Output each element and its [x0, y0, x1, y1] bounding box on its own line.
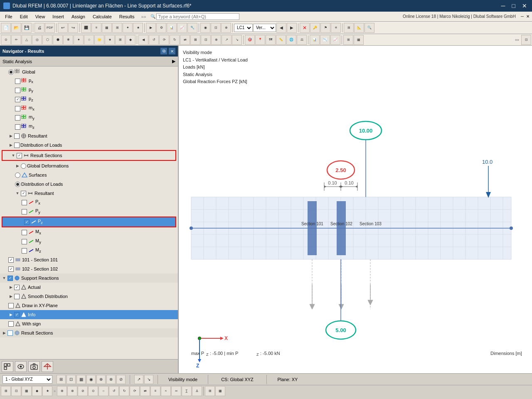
expand-result-sections[interactable]: ▼ [11, 153, 16, 158]
expand-global-def[interactable]: ▶ [15, 163, 20, 168]
tb-zoom[interactable]: 🔍 [365, 23, 374, 33]
menu-calculate[interactable]: Calculate [89, 13, 115, 20]
tree-distribution-sub[interactable]: Distribution of Loads [0, 180, 178, 189]
tb-save[interactable]: 💾 [22, 23, 32, 33]
tb-f2[interactable]: 📐 [354, 23, 364, 33]
license-minimize[interactable]: ─ [520, 14, 525, 19]
tb2-a12[interactable]: ⊞ [115, 35, 125, 45]
tree-actual[interactable]: ▶ Actual [0, 283, 178, 292]
search-input[interactable] [156, 13, 239, 20]
bottom-btn-1[interactable]: ⊞ [1, 386, 11, 396]
tb2-a6[interactable]: ⬢ [53, 35, 63, 45]
tree-py-sub[interactable]: Py [0, 207, 178, 216]
tb2-a13[interactable]: ◆ [126, 35, 135, 45]
ver-combo[interactable]: Ver... [253, 24, 276, 32]
cb-pz-top[interactable] [15, 97, 20, 102]
bottom-btn-16[interactable]: ≈ [161, 386, 171, 396]
tb2-grid[interactable]: ⊡ [521, 35, 531, 45]
tb-e3[interactable]: ⚑ [320, 23, 330, 33]
tb-d1[interactable]: ◉ [200, 23, 210, 33]
cb-mz-sub[interactable] [22, 248, 27, 254]
tb2-c6[interactable]: ⚖ [297, 35, 307, 45]
tb2-a9[interactable]: ☆ [84, 35, 94, 45]
tb-c3[interactable]: 📊 [167, 23, 177, 33]
cb-smooth[interactable] [14, 294, 20, 299]
menu-view[interactable]: View [32, 13, 49, 20]
expand-info[interactable]: ▶ [8, 312, 13, 317]
tb-print[interactable]: 🖨 [34, 23, 44, 33]
cb-resultant-sub[interactable] [21, 191, 26, 196]
minimize-button[interactable]: ─ [500, 2, 507, 9]
tb2-e2[interactable]: ▦ [354, 35, 364, 45]
cb-px[interactable] [15, 79, 20, 84]
tb-open[interactable]: 📂 [11, 23, 21, 33]
panel-close[interactable]: ✕ [169, 48, 175, 54]
tree-result-sections-2[interactable]: ▶ Result Sections [0, 328, 178, 337]
tb2-c3[interactable]: 🗺 [266, 35, 276, 45]
status-btn-7[interactable]: ⊘ [116, 375, 126, 384]
cb-mz-top[interactable] [15, 124, 20, 130]
tb-b2[interactable]: ≡ [91, 23, 101, 33]
tree-section-102[interactable]: 102 - Section 102 [0, 264, 178, 273]
bottom-btn-19[interactable]: ∆ [192, 386, 202, 396]
bottom-btn-18[interactable]: ∑ [182, 386, 192, 396]
maximize-button[interactable]: □ [510, 2, 517, 9]
tb2-b10[interactable]: ↘ [232, 35, 242, 45]
menu-edit[interactable]: Edit [17, 13, 31, 20]
tb2-a5[interactable]: ⬡ [42, 35, 52, 45]
tb-b6[interactable]: ★ [133, 23, 143, 33]
expand-actual[interactable]: ▶ [8, 285, 13, 290]
radio-global-def[interactable] [21, 163, 26, 169]
tree-surfaces[interactable]: Surfaces [0, 170, 178, 180]
tree-py[interactable]: py [0, 86, 178, 95]
menu-insert[interactable]: Insert [49, 13, 67, 20]
tb-next-lc[interactable]: ▶ [287, 23, 297, 33]
cb-draw-xy[interactable] [8, 303, 14, 308]
tb2-b8[interactable]: ⊕ [211, 35, 221, 45]
tb2-a2[interactable]: ✏ [11, 35, 21, 45]
tb-d3[interactable]: ⊕ [221, 23, 231, 33]
cb-mx-top[interactable] [15, 106, 20, 111]
license-close[interactable]: ✕ [525, 14, 530, 19]
radio-distribution-sub[interactable] [15, 182, 20, 187]
status-btn-4[interactable]: ◉ [86, 375, 96, 384]
tree-mx-top[interactable]: mx [0, 104, 178, 113]
tb-e4[interactable]: ✳ [331, 23, 341, 33]
tb-e2[interactable]: 🔑 [310, 23, 320, 33]
bottom-btn-2[interactable]: ⊡ [11, 386, 21, 396]
bottom-btn-5[interactable]: ★ [42, 386, 52, 396]
expand-resultant-top[interactable]: ▶ [8, 133, 13, 138]
tb2-b7[interactable]: ⊡ [201, 35, 211, 45]
tb2-b9[interactable]: ↗ [222, 35, 232, 45]
status-btn-1[interactable]: ⊞ [57, 375, 66, 384]
tree-global-def[interactable]: ▶ Global Deformations [0, 161, 178, 170]
tb-c4[interactable]: 📈 [177, 23, 187, 33]
footer-btn-arrow[interactable] [42, 361, 53, 372]
panel-restore[interactable]: ⧉ [160, 48, 167, 54]
tb2-c1[interactable]: 🎯 [245, 35, 255, 45]
tb-redo[interactable]: ↪ [68, 23, 78, 33]
tb2-a4[interactable]: ◎ [32, 35, 42, 45]
status-btn-s1[interactable]: ↗ [134, 375, 143, 384]
bottom-btn-11[interactable]: ↺ [109, 386, 119, 396]
tb2-b5[interactable]: ⇄ [180, 35, 190, 45]
bottom-btn-12[interactable]: ↻ [119, 386, 129, 396]
expand-result-sections-2[interactable]: ▶ [2, 330, 7, 335]
tb2-a1[interactable]: ⊙ [1, 35, 11, 45]
tree-container[interactable]: Global px py [0, 66, 178, 359]
tb-undo[interactable]: ↩ [58, 23, 68, 33]
tree-section-101[interactable]: 101 - Section 101 [0, 255, 178, 264]
bottom-btn-13[interactable]: ⟳ [130, 386, 140, 396]
close-button[interactable]: ✕ [520, 2, 529, 9]
cb-actual[interactable] [14, 285, 20, 290]
tb2-a8[interactable]: ✦ [74, 35, 84, 45]
footer-btn-eye[interactable] [15, 361, 27, 372]
tb-b1[interactable]: ⬛ [81, 23, 91, 33]
cb-my-top[interactable] [15, 115, 20, 121]
tb2-c2[interactable]: 📍 [255, 35, 265, 45]
cb-px-sub[interactable] [22, 200, 27, 205]
expand-resultant-sub[interactable]: ▼ [15, 191, 20, 196]
status-btn-s2[interactable]: ↘ [144, 375, 153, 384]
bottom-btn-10[interactable]: ○ [99, 386, 108, 396]
status-btn-6[interactable]: ⊗ [106, 375, 116, 384]
